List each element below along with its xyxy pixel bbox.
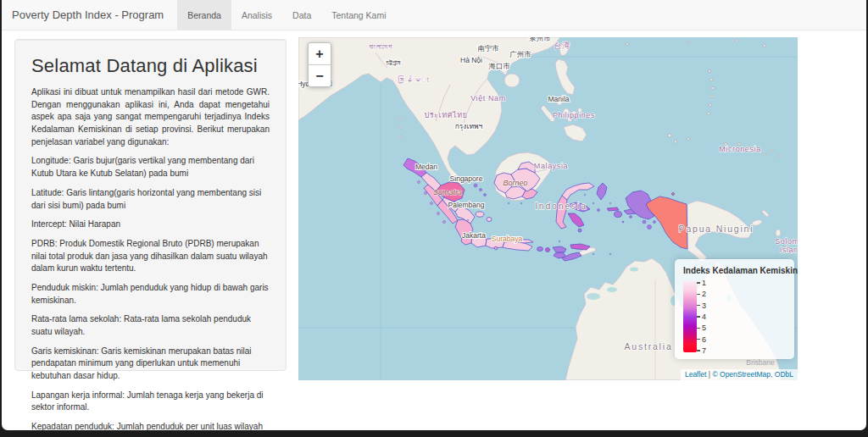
tab-analisis[interactable]: Analisis — [231, 0, 282, 30]
map-label: Australia — [624, 341, 672, 351]
map-label: Papua Niugini — [679, 224, 754, 234]
legend-ticks: 1234567 — [697, 283, 706, 351]
map-label: 南宁市 — [477, 44, 499, 53]
island-biak[interactable] — [672, 193, 675, 196]
map-label: Singapore — [450, 174, 483, 183]
welcome-paragraph: Lapangan kerja informal: Jumlah tenaga k… — [31, 390, 270, 414]
map-label: 海口市 — [488, 62, 510, 70]
map-label: 泉州市 — [529, 37, 551, 42]
welcome-paragraph: Rata-rata lama sekolah: Rata-rata lama s… — [31, 313, 270, 338]
province-bali[interactable] — [537, 247, 543, 252]
window-frame: Poverty Depth Index - Program BerandaAna… — [0, 0, 868, 437]
map-label: চট্টগ্রাম — [386, 58, 401, 67]
map-label: Medan — [415, 163, 437, 171]
island-buton[interactable] — [578, 229, 581, 232]
map-label: Việt Nam — [470, 94, 506, 102]
welcome-title: Selamat Datang di Aplikasi — [31, 55, 270, 77]
map-label: Indonesia — [535, 201, 587, 211]
province-yogyakarta[interactable] — [494, 246, 498, 250]
map-label: Manila — [548, 95, 569, 103]
zoom-in-button[interactable]: + — [309, 43, 331, 64]
island-buru[interactable] — [615, 212, 622, 218]
map-label: Sumatra — [433, 188, 462, 196]
map-label: Micronesia — [719, 145, 761, 153]
tab-data[interactable]: Data — [282, 0, 321, 30]
welcome-paragraph: PDRB: Produk Domestik Regional Bruto (PD… — [31, 238, 270, 275]
map-label: 广州市 — [509, 50, 531, 58]
map-label: Palembang — [448, 201, 484, 209]
nav-tabs: BerandaAnalisisDataTentang Kami — [177, 0, 396, 30]
map-label: মြန်မা — [398, 75, 429, 84]
odbl-link[interactable]: ODbL — [775, 370, 793, 379]
navbar: Poverty Depth Index - Program BerandaAna… — [2, 0, 866, 30]
province-bangka[interactable] — [476, 212, 484, 217]
navbar-brand[interactable]: Poverty Depth Index - Program — [2, 0, 177, 30]
map-label: বাংলাদেশ — [368, 42, 392, 51]
legend-title: Indeks Kedalaman Kemiskinan — [683, 266, 786, 275]
map-label: Borneo — [503, 179, 527, 187]
welcome-intro: Aplikasi ini dibuat untuk menampilkan ha… — [31, 86, 270, 148]
map-label: 台湾 — [554, 41, 570, 50]
welcome-paragraph: Longitude: Garis bujur(garis vertikal ya… — [31, 155, 270, 180]
welcome-paragraph: Garis kemiskinan: Garis kemiskinan merup… — [31, 346, 270, 383]
welcome-paragraph: Kepadatan penduduk: Jumlah penduduk per … — [31, 421, 270, 430]
land-hainan — [504, 74, 520, 87]
map-label: Brisbane — [746, 358, 775, 367]
app-page: Poverty Depth Index - Program BerandaAna… — [2, 0, 866, 430]
map-label: กรุงเทพฯ — [455, 122, 483, 131]
zoom-control: + − — [308, 42, 331, 87]
tab-beranda[interactable]: Beranda — [177, 0, 231, 30]
map-label: Surabaya — [492, 235, 523, 243]
tab-tentang-kami[interactable]: Tentang Kami — [321, 0, 396, 30]
map-label: Hà Nội — [460, 56, 482, 64]
welcome-paragraph: Latitude: Garis lintang(garis horizontal… — [31, 187, 270, 212]
map-label: ประเทศไทย — [424, 111, 467, 119]
province-belitung[interactable] — [487, 218, 492, 222]
osm-link[interactable]: © OpenStreetMap — [712, 370, 771, 379]
welcome-paragraph: Penduduk miskin: Jumlah penduduk yang hi… — [31, 282, 270, 307]
legend-gradient-bar — [683, 281, 697, 352]
map-label: Jakarta — [462, 231, 486, 240]
map-label: Philippines — [553, 111, 595, 119]
map-label: Islands — [780, 246, 798, 254]
welcome-paragraph: Intercept: Nilai Harapan — [31, 218, 270, 231]
map-label: Malaysia — [534, 162, 568, 170]
map[interactable]: Hyderabadবাংলাদেশচট্টগ্রামমြန်မাประเทศไท… — [298, 37, 798, 380]
island-sula[interactable] — [607, 207, 619, 211]
welcome-panel: Selamat Datang di Aplikasi Aplikasi ini … — [14, 39, 287, 371]
map-legend: Indeks Kedalaman Kemiskinan 1234567 — [675, 259, 794, 359]
zoom-out-button[interactable]: − — [309, 64, 331, 86]
welcome-paragraphs: Longitude: Garis bujur(garis vertikal ya… — [31, 155, 270, 430]
map-label: Solomon — [775, 237, 798, 246]
map-attribution: Leaflet | © OpenStreetMap, ODbL — [681, 369, 798, 380]
province-lombok[interactable] — [546, 248, 550, 252]
leaflet-link[interactable]: Leaflet — [685, 370, 707, 379]
